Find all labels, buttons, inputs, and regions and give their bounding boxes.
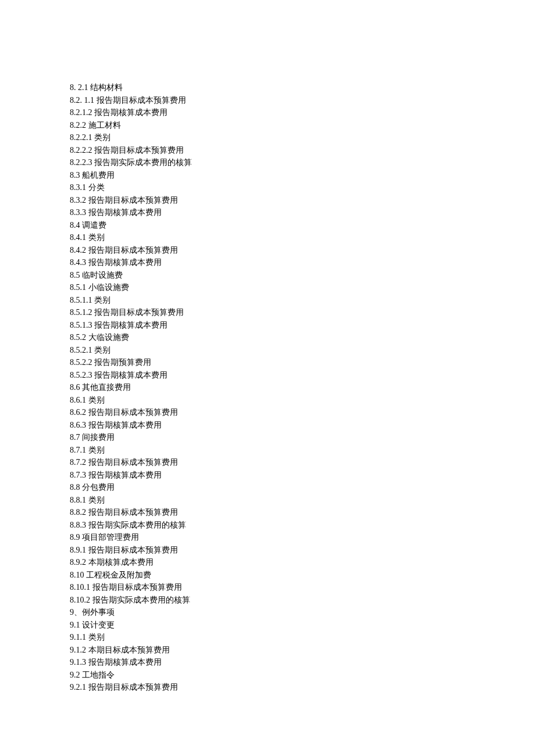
toc-line: 8.5.2 大临设施费 <box>70 331 465 344</box>
toc-line: 8.10.1 报告期目标成本预算费用 <box>70 581 465 594</box>
toc-line: 8.9.1 报告期目标成本预算费用 <box>70 544 465 557</box>
toc-line: 8.6 其他直接费用 <box>70 381 465 394</box>
toc-line: 8.8.2 报告期目标成本预算费用 <box>70 506 465 519</box>
toc-line: 8.8.3 报告期实际成本费用的核算 <box>70 519 465 532</box>
toc-line: 8.4.1 类别 <box>70 231 465 244</box>
toc-line: 8.8.1 类别 <box>70 494 465 507</box>
toc-line: 8.5.2.2 报告期预算费用 <box>70 356 465 369</box>
toc-line: 9.1.3 报告期核算成本费用 <box>70 656 465 669</box>
toc-line: 8.3 船机费用 <box>70 169 465 182</box>
toc-line: 9、例外事项 <box>70 606 465 619</box>
toc-line: 8.10 工程税金及附加费 <box>70 569 465 582</box>
toc-line: 8.4 调遣费 <box>70 219 465 232</box>
toc-line: 8.3.2 报告期目标成本预算费用 <box>70 194 465 207</box>
toc-line: 8.5.1.3 报告期核算成本费用 <box>70 319 465 332</box>
toc-line: 8.5.1 小临设施费 <box>70 281 465 294</box>
toc-line: 8.2.2.1 类别 <box>70 131 465 144</box>
toc-line: 8.2.2.3 报告期实际成本费用的核算 <box>70 156 465 169</box>
toc-line: 8.6.2 报告期目标成本预算费用 <box>70 406 465 419</box>
document-content: 8. 2.1 结构材料8.2. 1.1 报告期目标成本预算费用8.2.1.2 报… <box>70 81 465 694</box>
toc-line: 9.1 设计变更 <box>70 619 465 632</box>
toc-line: 8.2. 1.1 报告期目标成本预算费用 <box>70 94 465 107</box>
toc-line: 8.9.2 本期核算成本费用 <box>70 556 465 569</box>
toc-line: 9.1.1 类别 <box>70 631 465 644</box>
toc-line: 8.7 间接费用 <box>70 431 465 444</box>
toc-line: 9.1.2 本期目标成本预算费用 <box>70 644 465 657</box>
toc-line: 8.5.2.1 类别 <box>70 344 465 357</box>
toc-line: 8. 2.1 结构材料 <box>70 81 465 94</box>
toc-line: 8.8 分包费用 <box>70 481 465 494</box>
toc-line: 8.3.1 分类 <box>70 181 465 194</box>
toc-line: 8.4.3 报告期核算成本费用 <box>70 256 465 269</box>
toc-line: 8.6.1 类别 <box>70 394 465 407</box>
toc-line: 9.2 工地指令 <box>70 669 465 682</box>
toc-line: 9.2.1 报告期目标成本预算费用 <box>70 681 465 694</box>
toc-line: 8.5.2.3 报告期核算成本费用 <box>70 369 465 382</box>
toc-line: 8.7.1 类别 <box>70 444 465 457</box>
toc-line: 8.2.2.2 报告期目标成本预算费用 <box>70 144 465 157</box>
toc-line: 8.2.2 施工材料 <box>70 119 465 132</box>
toc-line: 8.3.3 报告期核算成本费用 <box>70 206 465 219</box>
toc-line: 8.9 项目部管理费用 <box>70 531 465 544</box>
toc-line: 8.4.2 报告期目标成本预算费用 <box>70 244 465 257</box>
toc-line: 8.7.2 报告期目标成本预算费用 <box>70 456 465 469</box>
toc-line: 8.7.3 报告期核算成本费用 <box>70 469 465 482</box>
toc-line: 8.5.1.2 报告期目标成本预算费用 <box>70 306 465 319</box>
toc-line: 8.2.1.2 报告期核算成本费用 <box>70 106 465 119</box>
toc-line: 8.6.3 报告期核算成本费用 <box>70 419 465 432</box>
toc-line: 8.10.2 报告期实际成本费用的核算 <box>70 594 465 607</box>
toc-line: 8.5 临时设施费 <box>70 269 465 282</box>
toc-line: 8.5.1.1 类别 <box>70 294 465 307</box>
